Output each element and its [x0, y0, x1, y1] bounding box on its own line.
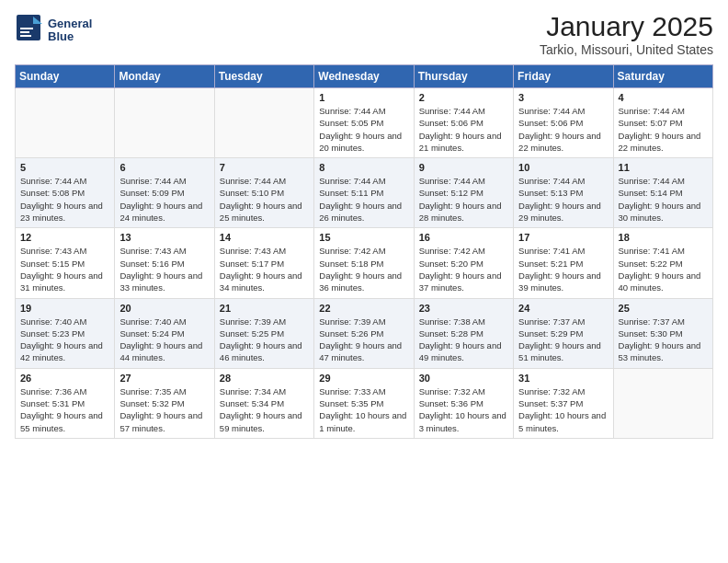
day-number: 1: [319, 92, 408, 103]
day-info: Sunrise: 7:39 AM Sunset: 5:26 PM Dayligh…: [319, 316, 408, 364]
day-cell: 17Sunrise: 7:41 AM Sunset: 5:21 PM Dayli…: [514, 228, 613, 298]
day-number: 6: [119, 162, 209, 173]
day-info: Sunrise: 7:41 AM Sunset: 5:22 PM Dayligh…: [619, 245, 708, 293]
day-info: Sunrise: 7:44 AM Sunset: 5:08 PM Dayligh…: [20, 175, 109, 224]
day-info: Sunrise: 7:33 AM Sunset: 5:35 PM Dayligh…: [319, 385, 408, 434]
day-number: 23: [419, 303, 508, 314]
day-cell: 14Sunrise: 7:43 AM Sunset: 5:17 PM Dayli…: [214, 228, 313, 298]
day-cell: 30Sunrise: 7:32 AM Sunset: 5:36 PM Dayli…: [414, 368, 513, 438]
day-cell: [16, 88, 115, 158]
day-info: Sunrise: 7:44 AM Sunset: 5:06 PM Dayligh…: [518, 105, 608, 154]
day-number: 31: [518, 373, 608, 384]
day-info: Sunrise: 7:37 AM Sunset: 5:29 PM Dayligh…: [518, 316, 608, 364]
day-number: 7: [220, 162, 309, 173]
day-info: Sunrise: 7:43 AM Sunset: 5:15 PM Dayligh…: [20, 245, 109, 293]
day-number: 22: [319, 303, 408, 314]
day-cell: 7Sunrise: 7:44 AM Sunset: 5:10 PM Daylig…: [214, 158, 313, 228]
day-info: Sunrise: 7:39 AM Sunset: 5:25 PM Dayligh…: [220, 316, 309, 364]
day-info: Sunrise: 7:44 AM Sunset: 5:12 PM Dayligh…: [419, 175, 508, 224]
day-cell: 13Sunrise: 7:43 AM Sunset: 5:16 PM Dayli…: [115, 228, 214, 298]
weekday-header-thursday: Thursday: [414, 65, 513, 88]
day-cell: 31Sunrise: 7:32 AM Sunset: 5:37 PM Dayli…: [514, 368, 613, 438]
day-number: 12: [20, 232, 109, 243]
day-number: 24: [518, 303, 608, 314]
day-info: Sunrise: 7:34 AM Sunset: 5:34 PM Dayligh…: [220, 385, 309, 434]
day-cell: 23Sunrise: 7:38 AM Sunset: 5:28 PM Dayli…: [414, 298, 513, 368]
day-number: 14: [220, 232, 309, 243]
day-number: 3: [518, 92, 608, 103]
day-info: Sunrise: 7:44 AM Sunset: 5:05 PM Dayligh…: [319, 105, 408, 154]
day-info: Sunrise: 7:38 AM Sunset: 5:28 PM Dayligh…: [419, 316, 508, 364]
day-info: Sunrise: 7:44 AM Sunset: 5:06 PM Dayligh…: [419, 105, 508, 154]
day-cell: 8Sunrise: 7:44 AM Sunset: 5:11 PM Daylig…: [314, 158, 414, 228]
svg-rect-4: [20, 35, 31, 37]
weekday-header-row: SundayMondayTuesdayWednesdayThursdayFrid…: [16, 65, 713, 88]
main-title: January 2025: [540, 11, 713, 42]
week-row-4: 19Sunrise: 7:40 AM Sunset: 5:23 PM Dayli…: [16, 298, 713, 368]
day-number: 18: [619, 232, 708, 243]
day-cell: 22Sunrise: 7:39 AM Sunset: 5:26 PM Dayli…: [314, 298, 414, 368]
day-info: Sunrise: 7:44 AM Sunset: 5:09 PM Dayligh…: [119, 175, 209, 224]
day-info: Sunrise: 7:44 AM Sunset: 5:13 PM Dayligh…: [518, 175, 608, 224]
day-info: Sunrise: 7:35 AM Sunset: 5:32 PM Dayligh…: [119, 385, 209, 434]
day-number: 16: [419, 232, 508, 243]
week-row-3: 12Sunrise: 7:43 AM Sunset: 5:15 PM Dayli…: [16, 228, 713, 298]
weekday-header-saturday: Saturday: [613, 65, 712, 88]
day-number: 26: [20, 373, 109, 384]
day-cell: 3Sunrise: 7:44 AM Sunset: 5:06 PM Daylig…: [514, 88, 613, 158]
day-number: 13: [119, 232, 209, 243]
day-cell: 28Sunrise: 7:34 AM Sunset: 5:34 PM Dayli…: [214, 368, 313, 438]
day-info: Sunrise: 7:44 AM Sunset: 5:10 PM Dayligh…: [220, 175, 309, 224]
day-cell: 19Sunrise: 7:40 AM Sunset: 5:23 PM Dayli…: [16, 298, 115, 368]
svg-rect-2: [20, 28, 33, 29]
header: General Blue January 2025 Tarkio, Missou…: [15, 11, 713, 57]
day-cell: [613, 368, 712, 438]
day-info: Sunrise: 7:44 AM Sunset: 5:14 PM Dayligh…: [619, 175, 708, 224]
day-info: Sunrise: 7:40 AM Sunset: 5:24 PM Dayligh…: [119, 316, 209, 364]
day-number: 4: [619, 92, 708, 103]
day-number: 21: [220, 303, 309, 314]
day-number: 19: [20, 303, 109, 314]
day-cell: 5Sunrise: 7:44 AM Sunset: 5:08 PM Daylig…: [16, 158, 115, 228]
logo-icon: [15, 13, 44, 50]
day-cell: 20Sunrise: 7:40 AM Sunset: 5:24 PM Dayli…: [115, 298, 214, 368]
calendar: SundayMondayTuesdayWednesdayThursdayFrid…: [15, 64, 713, 439]
week-row-2: 5Sunrise: 7:44 AM Sunset: 5:08 PM Daylig…: [16, 158, 713, 228]
day-info: Sunrise: 7:32 AM Sunset: 5:37 PM Dayligh…: [518, 385, 608, 434]
day-number: 10: [518, 162, 608, 173]
day-cell: 26Sunrise: 7:36 AM Sunset: 5:31 PM Dayli…: [16, 368, 115, 438]
day-number: 20: [119, 303, 209, 314]
week-row-1: 1Sunrise: 7:44 AM Sunset: 5:05 PM Daylig…: [16, 88, 713, 158]
day-number: 11: [619, 162, 708, 173]
day-info: Sunrise: 7:41 AM Sunset: 5:21 PM Dayligh…: [518, 245, 608, 293]
day-info: Sunrise: 7:36 AM Sunset: 5:31 PM Dayligh…: [20, 385, 109, 434]
day-cell: [214, 88, 313, 158]
day-number: 28: [220, 373, 309, 384]
day-number: 25: [619, 303, 708, 314]
day-cell: 4Sunrise: 7:44 AM Sunset: 5:07 PM Daylig…: [613, 88, 712, 158]
day-number: 2: [419, 92, 508, 103]
weekday-header-friday: Friday: [514, 65, 613, 88]
logo-line1: General: [48, 17, 92, 30]
weekday-header-tuesday: Tuesday: [214, 65, 313, 88]
day-number: 9: [419, 162, 508, 173]
day-cell: 21Sunrise: 7:39 AM Sunset: 5:25 PM Dayli…: [214, 298, 313, 368]
day-number: 15: [319, 232, 408, 243]
svg-rect-3: [20, 31, 29, 33]
day-cell: 27Sunrise: 7:35 AM Sunset: 5:32 PM Dayli…: [115, 368, 214, 438]
title-block: January 2025 Tarkio, Missouri, United St…: [540, 11, 713, 57]
day-number: 29: [319, 373, 408, 384]
page: General Blue January 2025 Tarkio, Missou…: [0, 0, 728, 563]
logo: General Blue: [15, 11, 92, 50]
day-info: Sunrise: 7:43 AM Sunset: 5:16 PM Dayligh…: [119, 245, 209, 293]
day-cell: 6Sunrise: 7:44 AM Sunset: 5:09 PM Daylig…: [115, 158, 214, 228]
day-cell: 16Sunrise: 7:42 AM Sunset: 5:20 PM Dayli…: [414, 228, 513, 298]
day-number: 17: [518, 232, 608, 243]
day-info: Sunrise: 7:37 AM Sunset: 5:30 PM Dayligh…: [619, 316, 708, 364]
day-cell: 24Sunrise: 7:37 AM Sunset: 5:29 PM Dayli…: [514, 298, 613, 368]
weekday-header-wednesday: Wednesday: [314, 65, 414, 88]
day-info: Sunrise: 7:42 AM Sunset: 5:20 PM Dayligh…: [419, 245, 508, 293]
day-cell: 25Sunrise: 7:37 AM Sunset: 5:30 PM Dayli…: [613, 298, 712, 368]
day-info: Sunrise: 7:32 AM Sunset: 5:36 PM Dayligh…: [419, 385, 508, 434]
logo-line2: Blue: [48, 30, 92, 43]
